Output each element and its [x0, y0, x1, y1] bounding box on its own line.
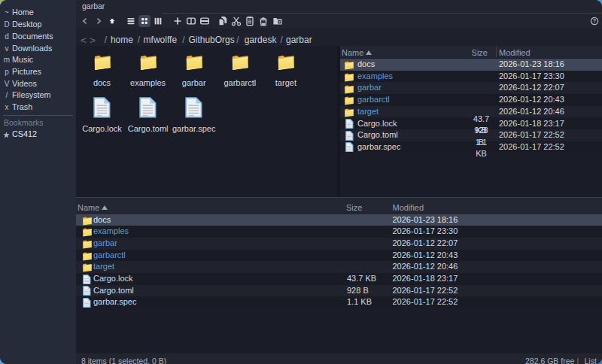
svg-text:?: ?	[592, 17, 596, 24]
